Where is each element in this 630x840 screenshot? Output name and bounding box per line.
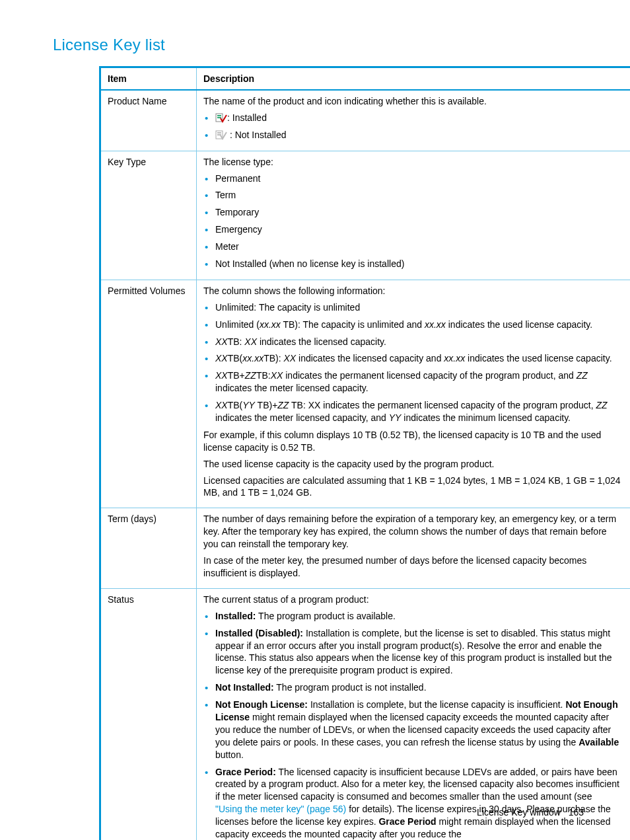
row-product-name-desc: The name of the product and icon indicat…	[197, 90, 631, 151]
product-name-intro: The name of the product and icon indicat…	[203, 95, 621, 108]
header-item: Item	[100, 67, 197, 91]
list-item: XXTB(YY TB)+ZZ TB: XX indicates the perm…	[215, 399, 621, 424]
installed-icon	[215, 112, 227, 123]
row-status-desc: The current status of a program product:…	[197, 588, 631, 840]
row-product-name-item: Product Name	[100, 90, 197, 151]
row-key-type-item: Key Type	[100, 151, 197, 280]
svg-rect-1	[217, 115, 221, 116]
list-item: Term	[215, 189, 621, 202]
svg-rect-2	[217, 117, 221, 118]
svg-rect-4	[217, 132, 221, 134]
row-term-days-desc: The number of days remaining before the …	[197, 508, 631, 588]
row-key-type-desc: The license type: Permanent Term Tempora…	[197, 151, 631, 280]
row-term-days-item: Term (days)	[100, 508, 197, 588]
row-status-item: Status	[100, 588, 197, 840]
list-item: Not Enough License: Installation is comp…	[215, 699, 621, 761]
svg-rect-5	[217, 134, 221, 135]
row-permitted-volumes-item: Permitted Volumes	[100, 280, 197, 508]
license-key-list-table: Item Description Product Name The name o…	[99, 66, 630, 840]
list-item: Meter	[215, 241, 621, 253]
header-description: Description	[197, 67, 631, 91]
list-item: XXTB: XX indicates the licensed capacity…	[215, 336, 621, 348]
list-item: Emergency	[215, 223, 621, 236]
list-item: Installed: The program product is availa…	[215, 610, 621, 623]
not-installed-icon-line: : Not Installed	[215, 129, 621, 141]
list-item: Not Installed: The program product is no…	[215, 681, 621, 694]
row-permitted-volumes-desc: The column shows the following informati…	[197, 280, 631, 508]
installed-icon-line: : Installed	[215, 112, 621, 124]
list-item: XXTB(xx.xxTB): XX indicates the licensed…	[215, 352, 621, 365]
list-item: Grace Period: The licensed capacity is i…	[215, 766, 621, 840]
list-item: Unlimited (xx.xx TB): The capacity is un…	[215, 319, 621, 331]
list-item: Temporary	[215, 206, 621, 219]
meter-key-link[interactable]: "Using the meter key" (page 56)	[215, 804, 346, 814]
list-item: Installed (Disabled): Installation is co…	[215, 627, 621, 677]
footer-label: License Key window	[477, 807, 561, 818]
section-title: License Key list	[53, 36, 584, 54]
footer-page-number: 163	[569, 807, 584, 818]
list-item: Permanent	[215, 172, 621, 185]
not-installed-icon	[215, 130, 227, 140]
list-item: XXTB+ZZTB:XX indicates the permanent lic…	[215, 369, 621, 395]
list-item: Not Installed (when no license key is in…	[215, 258, 621, 270]
list-item: Unlimited: The capacity is unlimited	[215, 301, 621, 314]
page-footer: License Key window 163	[477, 807, 584, 818]
